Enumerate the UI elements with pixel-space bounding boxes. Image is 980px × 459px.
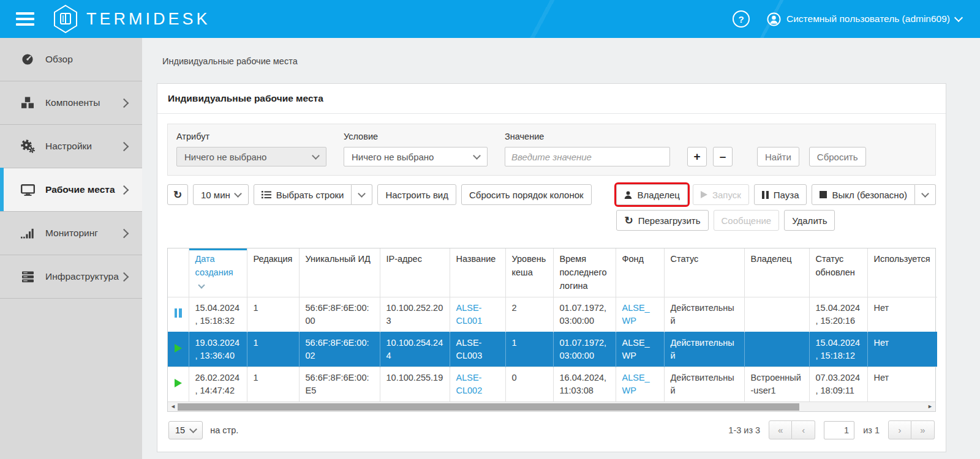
sidebar-item-workplaces[interactable]: Рабочие места: [0, 168, 142, 212]
cubes-icon: [18, 97, 37, 109]
app-logo[interactable]: TERMIDESK: [53, 4, 211, 34]
cell-in_use: Нет: [867, 367, 937, 402]
scrollbar-thumb[interactable]: [178, 403, 799, 411]
table-toolbar: ↻ 10 мин: [167, 184, 936, 231]
cell-last_login: 16.04.2024, 11:03:08: [553, 367, 616, 402]
attribute-select[interactable]: Ничего не выбрано: [176, 147, 326, 166]
column-header-uid[interactable]: Уникальный ИД: [299, 248, 380, 297]
pause-button[interactable]: Пауза: [754, 184, 807, 205]
table-row[interactable]: 26.02.2024, 14:47:42156:6F:8F:6E:00:E510…: [168, 367, 937, 402]
sidebar-item-infrastructure[interactable]: Инфраструктура: [0, 255, 142, 299]
column-header-status_updated[interactable]: Статус обновлен: [809, 248, 867, 297]
refresh-icon: ↻: [624, 215, 633, 226]
cell-in_use: Нет: [867, 332, 937, 367]
sidebar-item-settings[interactable]: Настройки: [0, 125, 142, 168]
column-header-cache[interactable]: Уровень кеша: [505, 248, 553, 297]
user-name: Системный пользователь (admin609): [786, 13, 950, 24]
workplace-link[interactable]: ALSE-CL001: [456, 303, 483, 326]
cell-in_use: Нет: [867, 297, 937, 332]
sidebar-item-label: Мониторинг: [45, 228, 98, 239]
cell-owner: [744, 332, 809, 367]
column-header-revision[interactable]: Редакция: [247, 248, 299, 297]
page-size-select[interactable]: 15: [168, 421, 203, 439]
column-header-created[interactable]: Дата создания: [189, 248, 247, 297]
sort-desc-icon: [198, 282, 205, 288]
cell-name: ALSE-CL003: [450, 332, 505, 367]
paused-state-icon: [175, 308, 182, 318]
message-button[interactable]: Сообщение: [714, 210, 780, 231]
reset-button[interactable]: Сбросить: [809, 147, 866, 166]
workplace-link[interactable]: ALSE-CL002: [456, 373, 483, 395]
interval-select[interactable]: 10 мин: [193, 184, 249, 205]
horizontal-scrollbar[interactable]: ◄ ►: [168, 401, 935, 411]
workplaces-panel: Индивидуальные рабочие места Атрибут Нич…: [157, 83, 946, 452]
breadcrumb: Индивидуальные рабочие места: [162, 56, 946, 66]
power-off-caret-button[interactable]: [915, 184, 936, 205]
user-menu[interactable]: Системный пользователь (admin609): [767, 12, 962, 26]
last-page-button[interactable]: »: [911, 420, 935, 439]
column-header-ip[interactable]: IP-адрес: [380, 248, 450, 297]
configure-view-button[interactable]: Настроить вид: [377, 184, 456, 205]
next-page-button[interactable]: ›: [888, 420, 911, 439]
cell-revision: 1: [247, 367, 299, 402]
sidebar-item-monitoring[interactable]: Мониторинг: [0, 212, 142, 255]
column-header-in_use[interactable]: Используется: [867, 248, 937, 297]
pause-label: Пауза: [774, 190, 799, 200]
owner-button[interactable]: Владелец: [616, 184, 687, 205]
column-header-last_login[interactable]: Время последнего логина: [553, 248, 616, 297]
per-page-label: на стр.: [210, 425, 238, 435]
power-off-label: Выкл (безопасно): [832, 190, 907, 200]
chevron-down-icon: [312, 152, 320, 160]
cell-uid: 56:6F:8F:6E:00:00: [299, 297, 380, 332]
prev-page-button[interactable]: ‹: [792, 420, 815, 439]
table-row[interactable]: 19.03.2024, 13:36:40156:6F:8F:6E:00:0210…: [168, 332, 937, 367]
help-icon[interactable]: ?: [733, 10, 750, 28]
chevron-right-icon: [119, 272, 129, 282]
value-input[interactable]: [505, 147, 670, 166]
reboot-label: Перезагрузить: [638, 215, 701, 226]
page-of-label: из 1: [863, 425, 880, 435]
table-row[interactable]: 15.04.2024, 15:18:32156:6F:8F:6E:00:0010…: [168, 297, 937, 332]
cell-pool: ALSE_WP: [616, 332, 664, 367]
cell-cache: 1: [505, 332, 553, 367]
column-header-name[interactable]: Название: [450, 248, 505, 297]
attribute-select-value: Ничего не выбрано: [184, 152, 266, 162]
start-button[interactable]: Запуск: [693, 184, 749, 205]
list-icon: [262, 190, 271, 199]
menu-icon[interactable]: [16, 12, 34, 26]
chevron-down-icon: [189, 425, 197, 433]
cell-state: [168, 367, 189, 402]
page-number-input[interactable]: [824, 421, 854, 439]
sidebar-item-components[interactable]: Компоненты: [0, 81, 142, 125]
sidebar-item-label: Рабочие места: [45, 184, 115, 195]
workplace-link[interactable]: ALSE-CL003: [456, 338, 483, 360]
reboot-button[interactable]: ↻ Перезагрузить: [616, 210, 708, 231]
scroll-left-icon[interactable]: ◄: [170, 402, 176, 411]
pool-link[interactable]: ALSE_WP: [622, 373, 650, 395]
condition-label: Условие: [344, 132, 488, 141]
chevron-right-icon: [119, 185, 129, 195]
reset-columns-button[interactable]: Сбросить порядок колонок: [461, 184, 592, 205]
value-label: Значение: [505, 132, 670, 141]
sidebar-item-overview[interactable]: Обзор: [0, 38, 142, 81]
topbar: TERMIDESK ? Системный пользователь (admi…: [0, 0, 980, 38]
power-off-button[interactable]: Выкл (безопасно): [812, 184, 915, 205]
column-header-pool[interactable]: Фонд: [616, 248, 664, 297]
delete-button[interactable]: Удалить: [784, 210, 835, 231]
refresh-button[interactable]: ↻: [167, 184, 188, 205]
select-rows-caret-button[interactable]: [352, 184, 372, 205]
attribute-label: Атрибут: [176, 132, 326, 141]
sidebar-item-label: Инфраструктура: [45, 271, 119, 282]
chevron-down-icon: [234, 190, 242, 198]
remove-filter-button[interactable]: –: [713, 147, 733, 166]
search-button[interactable]: Найти: [757, 147, 799, 166]
condition-select[interactable]: Ничего не выбрано: [344, 147, 488, 166]
scroll-right-icon[interactable]: ►: [927, 402, 933, 411]
first-page-button[interactable]: «: [769, 420, 792, 439]
add-filter-button[interactable]: +: [687, 147, 707, 166]
column-header-owner[interactable]: Владелец: [744, 248, 809, 297]
pool-link[interactable]: ALSE_WP: [622, 303, 650, 326]
column-header-status[interactable]: Статус: [664, 248, 744, 297]
pool-link[interactable]: ALSE_WP: [622, 338, 650, 360]
select-rows-button[interactable]: Выбрать строки: [254, 184, 352, 205]
